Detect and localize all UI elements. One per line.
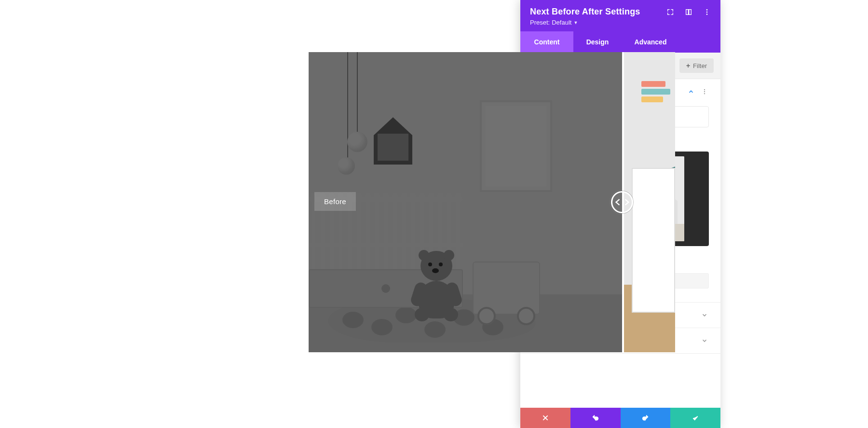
main-tabs: Content Design Advanced [520,31,720,53]
preset-name: Default [552,19,571,26]
svg-rect-0 [686,9,689,14]
svg-point-3 [706,11,708,13]
panel-title: Next Before After Settings [530,7,640,17]
chevron-down-icon [701,337,708,344]
chevron-up-icon [688,88,694,95]
preview-canvas: Before [0,0,521,428]
page-gutter [720,0,868,428]
redo-button[interactable] [621,408,671,428]
save-button[interactable] [670,408,720,428]
panel-footer [520,408,720,428]
svg-point-2 [706,9,708,11]
svg-point-5 [704,89,705,90]
before-label-badge: Before [314,192,356,211]
plus-icon: + [686,62,690,69]
chevron-down-icon [701,312,708,318]
preset-prefix: Preset: [530,19,550,26]
tab-content[interactable]: Content [520,31,573,53]
svg-point-7 [704,93,705,94]
check-icon [692,414,699,422]
filter-label: Filter [693,62,707,69]
panel-header: Next Before After Settings Preset: Defau… [520,0,720,31]
caret-down-icon: ▼ [573,20,578,25]
tab-advanced[interactable]: Advanced [622,31,679,53]
expand-icon[interactable] [666,8,674,16]
close-icon [542,414,549,422]
svg-rect-1 [689,9,692,14]
filter-button[interactable]: + Filter [679,58,714,73]
redo-icon [641,414,649,422]
cancel-button[interactable] [520,408,570,428]
svg-point-4 [706,14,708,15]
more-vert-icon[interactable] [703,8,711,16]
before-after-module[interactable]: Before [309,52,675,352]
columns-icon[interactable] [685,8,692,16]
slider-handle[interactable] [611,191,633,213]
more-vert-icon[interactable] [701,88,708,95]
svg-point-6 [704,91,705,92]
preset-dropdown[interactable]: Preset: Default ▼ [530,19,578,26]
undo-icon [592,414,599,422]
undo-button[interactable] [570,408,621,428]
tab-design[interactable]: Design [573,31,622,53]
